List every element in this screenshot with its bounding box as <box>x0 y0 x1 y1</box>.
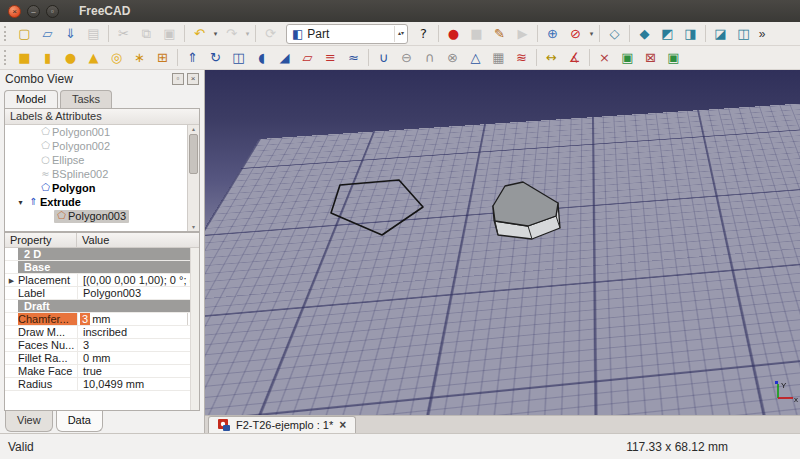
part-chamfer-button[interactable]: ◢ <box>273 47 296 68</box>
part-defeaturing-button[interactable]: ▦ <box>487 47 510 68</box>
window-maximize-button[interactable]: ▫ <box>46 5 59 18</box>
view-front-button[interactable]: ◆ <box>633 23 656 44</box>
view-top-button[interactable]: ◩ <box>656 23 679 44</box>
paste-button[interactable]: ▣ <box>158 23 181 44</box>
measure-toggle-all-button[interactable]: ▣ <box>662 47 685 68</box>
measure-clear-button[interactable]: × <box>593 47 616 68</box>
whats-this-button[interactable]: ? <box>412 23 435 44</box>
measure-angular-button[interactable]: ∡ <box>563 47 586 68</box>
property-row-fillet-radius[interactable]: Fillet Ra...0 mm <box>5 352 199 365</box>
workbench-selector-arrows[interactable]: ▴▾ <box>394 26 404 42</box>
macro-play-button[interactable]: ▶ <box>511 23 534 44</box>
property-value[interactable]: 3 <box>77 339 199 351</box>
part-shape-builder-button[interactable]: ⊞ <box>151 47 174 68</box>
undo-history-dropdown[interactable]: ▾ <box>211 30 220 38</box>
extrude-solid-top[interactable] <box>493 182 558 226</box>
window-close-button[interactable]: × <box>8 5 21 18</box>
part-boolean-section-button[interactable]: ⊗ <box>441 47 464 68</box>
save-document-button[interactable]: ⇓ <box>59 23 82 44</box>
panel-close-icon[interactable]: × <box>187 73 199 85</box>
tree-item-ellipse[interactable]: ○Ellipse <box>5 153 199 167</box>
part-create-primitives-button[interactable]: ∗ <box>128 47 151 68</box>
draw-style-button[interactable]: ⊘ <box>564 23 587 44</box>
macro-record-button[interactable]: ● <box>442 23 465 44</box>
part-extrude-button[interactable]: ⇑ <box>181 47 204 68</box>
document-tab-close-icon[interactable]: × <box>339 419 346 431</box>
property-group-draft[interactable]: Draft <box>5 300 199 313</box>
tree-item-polygon001[interactable]: ⬠Polygon001 <box>5 125 199 139</box>
part-cross-sections-button[interactable]: ≋ <box>510 47 533 68</box>
open-document-button[interactable]: ▱ <box>36 23 59 44</box>
measure-linear-button[interactable]: ↔ <box>540 47 563 68</box>
view-right-button[interactable]: ◨ <box>679 23 702 44</box>
part-sweep-button[interactable]: ≈ <box>342 47 365 68</box>
view-isometric-button[interactable]: ◇ <box>603 23 626 44</box>
property-row-chamfer-size[interactable]: Chamfer...3 mm▴▾ <box>5 313 199 326</box>
redo-button[interactable]: ↷ <box>220 23 243 44</box>
print-button[interactable]: ▤ <box>82 23 105 44</box>
property-value[interactable]: true <box>77 365 199 377</box>
panel-float-icon[interactable]: ▫ <box>172 73 184 85</box>
part-ruled-surface-button[interactable]: ▱ <box>296 47 319 68</box>
copy-button[interactable]: ⧉ <box>135 23 158 44</box>
tree-expander-icon[interactable]: ▾ <box>15 198 26 207</box>
part-boolean-common-button[interactable]: ∩ <box>418 47 441 68</box>
3d-viewport[interactable]: Yx <box>205 70 800 415</box>
part-mirror-button[interactable]: ◫ <box>227 47 250 68</box>
redo-history-dropdown[interactable]: ▾ <box>243 30 252 38</box>
tree-item-bspline002[interactable]: ≈BSpline002 <box>5 167 199 181</box>
property-value[interactable]: 0 mm <box>77 352 199 364</box>
view-rear-button[interactable]: ◪ <box>709 23 732 44</box>
placement-expander-icon[interactable]: ▶ <box>5 274 18 286</box>
property-value[interactable]: 10,0499 mm <box>77 378 199 390</box>
property-group-base[interactable]: Base <box>5 261 199 274</box>
cut-button[interactable]: ✂ <box>112 23 135 44</box>
tree-scrollbar-thumb[interactable] <box>189 134 198 174</box>
property-row-draw-mode[interactable]: Draw M...inscribed <box>5 326 199 339</box>
property-value[interactable]: Polygon003 <box>77 287 199 299</box>
tree-scrollbar[interactable]: ▴ ▾ <box>187 125 199 231</box>
part-cone-button[interactable]: ▲ <box>82 47 105 68</box>
property-row-faces-number[interactable]: Faces Nu...3 <box>5 339 199 352</box>
tree-item-polygon[interactable]: ⬠Polygon <box>5 181 199 195</box>
tab-model[interactable]: Model <box>4 90 58 108</box>
workbench-selector[interactable]: ◧Part▴▾ <box>286 24 408 44</box>
part-boolean-union-button[interactable]: ∪ <box>372 47 395 68</box>
property-value[interactable]: [(0,00 0,00 1,00); 0 °; (0 m... <box>77 274 199 286</box>
tab-view-properties[interactable]: View <box>5 411 53 432</box>
view-bottom-button[interactable]: ◫ <box>732 23 755 44</box>
part-torus-button[interactable]: ◎ <box>105 47 128 68</box>
property-row-label[interactable]: LabelPolygon003 <box>5 287 199 300</box>
scroll-down-icon[interactable]: ▾ <box>188 223 199 231</box>
macro-edit-button[interactable]: ✎ <box>488 23 511 44</box>
part-box-button[interactable]: ■ <box>13 47 36 68</box>
property-scrollbar[interactable] <box>190 248 199 410</box>
undo-button[interactable]: ↶ <box>188 23 211 44</box>
measure-toggle-3d-button[interactable]: ▣ <box>616 47 639 68</box>
macro-stop-button[interactable]: ■ <box>465 23 488 44</box>
part-fillet-button[interactable]: ◖ <box>250 47 273 68</box>
toolbar-handle[interactable] <box>4 26 9 41</box>
part-cylinder-button[interactable]: ▮ <box>36 47 59 68</box>
property-row-placement[interactable]: ▶Placement[(0,00 0,00 1,00); 0 °; (0 m..… <box>5 274 199 287</box>
property-row-radius[interactable]: Radius10,0499 mm <box>5 378 199 391</box>
tree-item-polygon002[interactable]: ⬠Polygon002 <box>5 139 199 153</box>
property-row-make-face[interactable]: Make Facetrue <box>5 365 199 378</box>
part-loft-button[interactable]: ≡ <box>319 47 342 68</box>
tree-item-extrude[interactable]: ▾⇑Extrude <box>5 195 199 209</box>
measure-toggle-delta-button[interactable]: ⊠ <box>639 47 662 68</box>
new-document-button[interactable]: ▢ <box>13 23 36 44</box>
property-value-editor[interactable]: 3 mm▴▾ <box>77 313 199 325</box>
window-minimize-button[interactable]: – <box>27 5 40 18</box>
tree-item-polygon003[interactable]: ⬠Polygon003 <box>5 209 199 223</box>
tab-tasks[interactable]: Tasks <box>60 90 112 108</box>
tab-data-properties[interactable]: Data <box>56 411 103 432</box>
property-group-2d[interactable]: 2 D <box>5 248 199 261</box>
polygon-sketch[interactable] <box>331 180 423 235</box>
scroll-up-icon[interactable]: ▴ <box>188 125 199 133</box>
part-check-geometry-button[interactable]: △ <box>464 47 487 68</box>
part-sphere-button[interactable]: ● <box>59 47 82 68</box>
part-boolean-cut-button[interactable]: ⊖ <box>395 47 418 68</box>
refresh-button[interactable]: ⟳ <box>259 23 282 44</box>
toolbar-handle[interactable] <box>4 50 9 65</box>
